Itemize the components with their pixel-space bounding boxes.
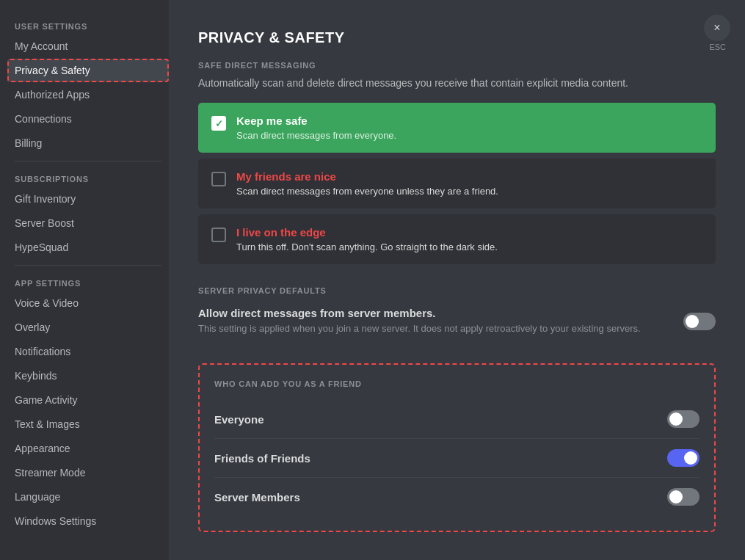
main-content: × ESC Privacy & Safety Safe Direct Messa…	[169, 0, 745, 560]
server-privacy-desc: This setting is applied when you join a …	[198, 322, 641, 335]
app-settings-label: App Settings	[7, 272, 169, 291]
friend-option-friends-of-friends: Friends of Friends	[214, 439, 699, 478]
option-text-friends-nice: My friends are nice Scan direct messages…	[236, 170, 498, 197]
sidebar-item-keybinds[interactable]: Keybinds	[7, 364, 169, 388]
sidebar-divider-2	[15, 265, 161, 266]
friend-toggle-friends-of-friends[interactable]	[667, 449, 699, 467]
sidebar-item-label: Windows Settings	[15, 515, 96, 527]
server-privacy-toggle-row: Allow direct messages from server member…	[198, 301, 716, 341]
sidebar-item-label: Text & Images	[15, 418, 80, 430]
friend-option-server-members: Server Members	[214, 478, 699, 516]
option-keep-safe[interactable]: Keep me safe Scan direct messages from e…	[198, 103, 716, 153]
sidebar-item-label: Connections	[15, 113, 72, 125]
sidebar-item-label: Game Activity	[15, 394, 78, 406]
sidebar-item-streamer-mode[interactable]: Streamer Mode	[7, 461, 169, 484]
sidebar: User Settings My Account Privacy & Safet…	[0, 0, 169, 560]
sidebar-item-gift-inventory[interactable]: Gift Inventory	[7, 187, 169, 211]
option-title-edge: I live on the edge	[236, 226, 498, 239]
option-text-edge: I live on the edge Turn this off. Don't …	[236, 226, 498, 252]
sidebar-item-windows-settings[interactable]: Windows Settings	[7, 509, 169, 533]
subscriptions-label: Subscriptions	[7, 167, 169, 186]
user-settings-label: User Settings	[7, 15, 169, 34]
sidebar-item-appearance[interactable]: Appearance	[7, 437, 169, 460]
page-title: Privacy & Safety	[198, 29, 716, 46]
sidebar-item-label: Overlay	[15, 321, 50, 333]
sidebar-item-label: Keybinds	[15, 370, 57, 382]
friend-option-label-fof: Friends of Friends	[214, 452, 310, 465]
sidebar-item-label: Authorized Apps	[15, 89, 90, 101]
sidebar-item-label: Server Boost	[15, 217, 74, 229]
friend-option-label-everyone: Everyone	[214, 413, 264, 426]
server-privacy-text: Allow direct messages from server member…	[198, 307, 641, 335]
server-privacy-label: Server Privacy Defaults	[198, 286, 716, 295]
sidebar-item-overlay[interactable]: Overlay	[7, 316, 169, 339]
option-friends-nice[interactable]: My friends are nice Scan direct messages…	[198, 159, 716, 208]
friend-toggle-everyone[interactable]	[667, 410, 699, 428]
sidebar-item-server-boost[interactable]: Server Boost	[7, 211, 169, 235]
sidebar-item-label: Voice & Video	[15, 297, 79, 309]
sidebar-item-text-images[interactable]: Text & Images	[7, 412, 169, 436]
sidebar-item-my-account[interactable]: My Account	[7, 34, 169, 58]
friend-section-label: Who Can Add You As A Friend	[214, 379, 699, 388]
friend-option-everyone: Everyone	[214, 400, 699, 439]
option-title-keep-safe: Keep me safe	[236, 114, 396, 127]
sidebar-item-billing[interactable]: Billing	[7, 131, 169, 155]
sidebar-item-label: Appearance	[15, 443, 70, 454]
esc-label: ESC	[709, 43, 726, 51]
server-privacy-section: Server Privacy Defaults Allow direct mes…	[198, 286, 716, 341]
sidebar-item-language[interactable]: Language	[7, 485, 169, 509]
sidebar-item-voice-video[interactable]: Voice & Video	[7, 291, 169, 315]
sidebar-item-label: Streamer Mode	[15, 467, 85, 479]
sidebar-item-hypesquad[interactable]: HypeSquad	[7, 236, 169, 259]
sidebar-item-label: Privacy & Safety	[15, 65, 90, 76]
friend-section: Who Can Add You As A Friend Everyone Fri…	[198, 363, 716, 532]
option-desc-friends-nice: Scan direct messages from everyone unles…	[236, 186, 498, 197]
option-checkbox-edge	[211, 228, 226, 242]
sidebar-item-label: Billing	[15, 137, 42, 149]
sidebar-item-label: Language	[15, 491, 60, 503]
sidebar-item-label: HypeSquad	[15, 241, 68, 253]
sidebar-item-label: Notifications	[15, 346, 70, 357]
close-icon: ×	[713, 21, 720, 34]
toggle-thumb	[686, 315, 699, 328]
option-desc-edge: Turn this off. Don't scan anything. Go s…	[236, 241, 498, 252]
sidebar-item-notifications[interactable]: Notifications	[7, 340, 169, 363]
sidebar-item-connections[interactable]: Connections	[7, 107, 169, 131]
friend-toggle-server-members[interactable]	[667, 488, 699, 506]
server-privacy-toggle[interactable]	[683, 313, 716, 330]
sidebar-item-authorized-apps[interactable]: Authorized Apps	[7, 83, 169, 106]
friend-option-label-server-members: Server Members	[214, 491, 300, 503]
option-edge[interactable]: I live on the edge Turn this off. Don't …	[198, 214, 716, 264]
close-button[interactable]: ×	[704, 15, 730, 41]
option-checkbox-keep-safe	[211, 116, 226, 131]
option-desc-keep-safe: Scan direct messages from everyone.	[236, 130, 396, 141]
option-text-keep-safe: Keep me safe Scan direct messages from e…	[236, 114, 396, 141]
safe-dm-description: Automatically scan and delete direct mes…	[198, 76, 716, 91]
sidebar-item-privacy-safety[interactable]: Privacy & Safety	[7, 59, 169, 82]
safe-dm-label: Safe Direct Messaging	[198, 61, 716, 70]
sidebar-item-label: My Account	[15, 40, 68, 52]
sidebar-item-game-activity[interactable]: Game Activity	[7, 388, 169, 412]
option-title-friends-nice: My friends are nice	[236, 170, 498, 183]
server-privacy-title: Allow direct messages from server member…	[198, 307, 641, 319]
sidebar-divider	[15, 161, 161, 161]
sidebar-item-label: Gift Inventory	[15, 193, 76, 205]
option-checkbox-friends-nice	[211, 172, 226, 186]
